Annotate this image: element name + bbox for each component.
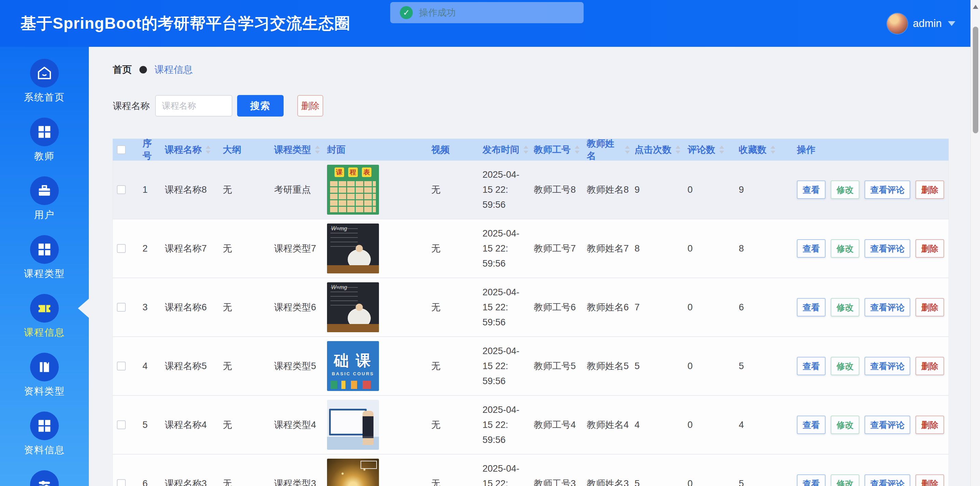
user-menu[interactable]: admin	[887, 0, 955, 47]
cell-ops: 查看修改查看评论删除	[793, 396, 948, 454]
cover-label: BASIC COURS	[327, 371, 379, 376]
cell-comments: 0	[683, 278, 735, 336]
cell-favorites: 5	[735, 337, 793, 395]
row-checkbox[interactable]	[117, 362, 126, 370]
sort-caret-icon[interactable]	[719, 145, 725, 155]
column-header-teacher_name[interactable]: 教师姓名	[582, 139, 630, 161]
cell-clicks: 9	[630, 161, 683, 219]
view-button[interactable]: 查看	[797, 474, 826, 486]
column-label: 教师姓名	[587, 137, 621, 162]
column-header-time[interactable]: 发布时间	[478, 139, 530, 161]
delete-button[interactable]: 删除	[297, 95, 323, 116]
column-header-name[interactable]: 课程名称	[161, 139, 219, 161]
edit-button[interactable]: 修改	[830, 416, 859, 434]
row-checkbox[interactable]	[117, 421, 126, 429]
sidebar-item-home[interactable]: 系统首页	[0, 59, 89, 118]
sidebar-item-material-type[interactable]: 资料类型	[0, 353, 89, 411]
view-button[interactable]: 查看	[797, 180, 826, 199]
delete-row-button[interactable]: 删除	[915, 474, 944, 486]
column-label: 发布时间	[482, 143, 519, 156]
view-button[interactable]: 查看	[797, 298, 826, 317]
avatar[interactable]	[887, 13, 908, 34]
view-comments-button[interactable]: 查看评论	[864, 239, 910, 258]
sort-caret-icon[interactable]	[770, 145, 776, 155]
column-header-clicks[interactable]: 点击次数	[630, 139, 683, 161]
view-button[interactable]: 查看	[797, 357, 826, 375]
row-checkbox[interactable]	[117, 244, 126, 253]
column-header-index: 序号	[138, 139, 161, 161]
sidebar-item-course-type[interactable]: 课程类型	[0, 235, 89, 294]
view-comments-button[interactable]: 查看评论	[864, 474, 910, 486]
view-comments-button[interactable]: 查看评论	[864, 357, 910, 375]
sidebar-item-course-info[interactable]: 课程信息	[0, 294, 89, 353]
sidebar-item-label: 教师	[34, 150, 55, 163]
cell-name: 课程名称5	[161, 337, 219, 395]
cell-name: 课程名称7	[161, 220, 219, 277]
sort-caret-icon[interactable]	[314, 145, 320, 155]
cell-video: 无	[427, 454, 478, 486]
search-input[interactable]	[155, 95, 232, 116]
cell-ops: 查看修改查看评论删除	[793, 161, 948, 219]
delete-row-button[interactable]: 删除	[915, 180, 944, 199]
row-checkbox[interactable]	[117, 303, 126, 312]
column-label: 操作	[797, 143, 815, 156]
cell-cover: W=mg	[323, 278, 427, 336]
sort-caret-icon[interactable]	[675, 145, 681, 155]
breadcrumb-home[interactable]: 首页	[113, 63, 132, 76]
publish-time-line1: 2025-04-15 22:	[482, 402, 530, 432]
cell-time: 2025-04-15 22:59:56	[478, 220, 530, 277]
search-button[interactable]: 搜索	[237, 95, 283, 116]
sort-caret-icon[interactable]	[205, 145, 211, 155]
view-button[interactable]: 查看	[797, 416, 826, 434]
column-header-comments[interactable]: 评论数	[683, 139, 735, 161]
sidebar-item-settings[interactable]	[0, 470, 89, 486]
publish-time-line2: 59:56	[482, 374, 506, 389]
edit-button[interactable]: 修改	[830, 474, 859, 486]
edit-button[interactable]: 修改	[830, 298, 859, 317]
chevron-down-icon	[948, 21, 955, 26]
view-comments-button[interactable]: 查看评论	[864, 180, 910, 199]
cover-image	[327, 459, 379, 486]
row-checkbox[interactable]	[117, 185, 126, 194]
delete-row-button[interactable]: 删除	[915, 239, 944, 258]
sidebar-item-teacher[interactable]: 教师	[0, 118, 89, 176]
cell-index: 2	[138, 220, 161, 277]
delete-row-button[interactable]: 删除	[915, 357, 944, 375]
cover-label: 程	[348, 167, 358, 177]
delete-row-button[interactable]: 删除	[915, 298, 944, 317]
sidebar-item-material-info[interactable]: 资料信息	[0, 411, 89, 470]
cell-check	[113, 454, 138, 486]
sort-caret-icon[interactable]	[523, 145, 529, 155]
sort-caret-icon[interactable]	[574, 145, 580, 155]
scrollbar[interactable]	[970, 0, 980, 486]
cell-favorites: 9	[735, 161, 793, 219]
breadcrumb-current[interactable]: 课程信息	[154, 63, 193, 76]
toast-message: ✓ 操作成功	[390, 2, 584, 23]
view-comments-button[interactable]: 查看评论	[864, 416, 910, 434]
view-comments-button[interactable]: 查看评论	[864, 298, 910, 317]
column-header-video: 视频	[427, 139, 478, 161]
cell-ops: 查看修改查看评论删除	[793, 454, 948, 486]
publish-time-line1: 2025-04-15 22:	[482, 461, 530, 486]
edit-button[interactable]: 修改	[830, 357, 859, 375]
cell-comments: 0	[683, 220, 735, 277]
edit-button[interactable]: 修改	[830, 239, 859, 258]
row-checkbox[interactable]	[117, 479, 126, 486]
sidebar-item-user[interactable]: 用户	[0, 176, 89, 235]
scrollbar-up-arrow-icon[interactable]	[973, 5, 978, 9]
delete-row-button[interactable]: 删除	[915, 416, 944, 434]
column-header-type[interactable]: 课程类型	[270, 139, 323, 161]
select-all-checkbox[interactable]	[117, 145, 126, 154]
publish-time-line1: 2025-04-15 22:	[482, 285, 530, 315]
column-label: 收藏数	[739, 143, 767, 156]
cell-teacher_id: 教师工号3	[530, 454, 582, 486]
column-header-favorites[interactable]: 收藏数	[735, 139, 793, 161]
sort-caret-icon[interactable]	[624, 145, 630, 155]
cell-index: 4	[138, 337, 161, 395]
scrollbar-thumb[interactable]	[973, 27, 978, 133]
cell-name: 课程名称3	[161, 454, 219, 486]
column-header-teacher_id[interactable]: 教师工号	[530, 139, 582, 161]
search-field-label: 课程名称	[113, 100, 150, 112]
view-button[interactable]: 查看	[797, 239, 826, 258]
edit-button[interactable]: 修改	[830, 180, 859, 199]
